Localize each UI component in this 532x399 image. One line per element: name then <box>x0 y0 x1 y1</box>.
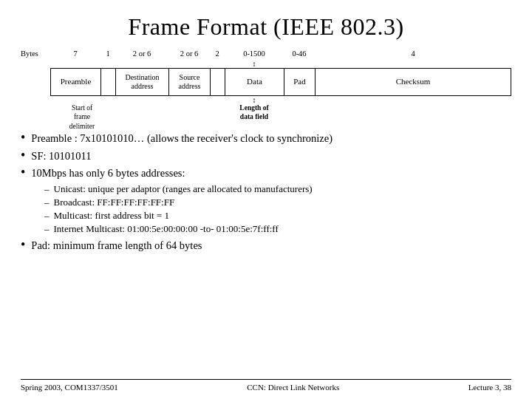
header-sfd: 1 <box>100 50 115 58</box>
sub-item-4: – Internet Multicast: 01:00:5e:00:00:00 … <box>44 223 511 235</box>
cell-sfd <box>101 69 116 95</box>
cell-len <box>211 69 225 95</box>
bullet-1-text: Preamble : 7x10101010… (allows the recei… <box>31 132 332 146</box>
sub-dash-3: – <box>44 210 50 222</box>
bytes-label: Bytes <box>21 50 50 58</box>
header-checksum: 4 <box>315 50 511 58</box>
header-len: 2 <box>210 50 225 58</box>
footer-left: Spring 2003, COM1337/3501 <box>21 383 118 392</box>
header-preamble: 7 <box>50 50 100 58</box>
bullet-1: • Preamble : 7x10101010… (allows the rec… <box>21 131 511 146</box>
footer: Spring 2003, COM1337/3501 CCN: Direct Li… <box>21 379 511 392</box>
header-dest: 2 or 6 <box>115 50 168 58</box>
header-pad: 0-46 <box>284 50 315 58</box>
sub-dash-2: – <box>44 197 50 208</box>
bullet-1-dot: • <box>21 131 25 144</box>
footer-center: CCN: Direct Link Networks <box>247 383 339 392</box>
cell-data: Data <box>225 69 284 95</box>
sub-dash-1: – <box>44 183 50 195</box>
bullet-4-dot: • <box>21 238 25 251</box>
bullet-2: • SF: 10101011 <box>21 149 511 163</box>
page: Frame Format (IEEE 802.3) Bytes 7 1 2 or… <box>0 0 532 399</box>
sub-text-4: Internet Multicast: 01:00:5e:00:00:00 -t… <box>54 223 279 235</box>
sub-item-3: – Multicast: first address bit = 1 <box>44 210 511 222</box>
header-src: 2 or 6 <box>168 50 210 58</box>
cell-src: Sourceaddress <box>169 69 211 95</box>
data-down-arrow: ↕ <box>225 96 284 103</box>
length-label: Length ofdata field <box>225 103 284 122</box>
cell-pad: Pad <box>284 69 316 95</box>
frame-row-container: Preamble Destinationaddress Sourceaddres… <box>21 68 511 96</box>
sub-text-1: Unicast: unique per adaptor (ranges are … <box>54 183 313 195</box>
data-arrows-row: ↕ <box>21 59 511 68</box>
frame-diagram: Bytes 7 1 2 or 6 2 or 6 2 0-1500 0-46 4 … <box>21 50 511 122</box>
cell-checksum: Checksum <box>316 69 511 95</box>
bytes-header-row: Bytes 7 1 2 or 6 2 or 6 2 0-1500 0-46 4 <box>21 50 511 58</box>
frame-row: Preamble Destinationaddress Sourceaddres… <box>50 68 511 96</box>
bullet-4: • Pad: minimum frame length of 64 bytes <box>21 238 511 253</box>
header-cells: 7 1 2 or 6 2 or 6 2 0-1500 0-46 4 <box>50 50 511 58</box>
data-arrows-row2: ↕ <box>21 96 511 103</box>
sub-text-2: Broadcast: FF:FF:FF:FF:FF:FF <box>54 197 175 208</box>
bullet-3-text: 10Mbps has only 6 bytes addresses: <box>31 166 185 180</box>
page-title: Frame Format (IEEE 802.3) <box>21 13 511 41</box>
bullets-section: • Preamble : 7x10101010… (allows the rec… <box>21 131 511 379</box>
sfd-label: Start offrame delimiter <box>61 103 103 131</box>
frame-labels: Start offrame delimiter Length ofdata fi… <box>21 103 511 122</box>
sub-text-3: Multicast: first address bit = 1 <box>54 210 169 222</box>
bullet-2-dot: • <box>21 149 25 162</box>
cell-dest: Destinationaddress <box>116 69 169 95</box>
bullet-4-text: Pad: minimum frame length of 64 bytes <box>31 239 202 253</box>
footer-right: Lecture 3, 38 <box>468 383 511 392</box>
cell-preamble: Preamble <box>51 69 101 95</box>
header-data: 0-1500 <box>225 50 284 58</box>
sub-bullets: – Unicast: unique per adaptor (ranges ar… <box>44 183 511 235</box>
sfd-label-container: Start offrame delimiter <box>50 103 100 122</box>
sub-item-2: – Broadcast: FF:FF:FF:FF:FF:FF <box>44 197 511 208</box>
sub-item-1: – Unicast: unique per adaptor (ranges ar… <box>44 183 511 195</box>
bullet-3: • 10Mbps has only 6 bytes addresses: <box>21 166 511 180</box>
bullet-3-dot: • <box>21 166 25 179</box>
data-up-arrow: ↕ <box>225 60 284 68</box>
bullet-2-text: SF: 10101011 <box>31 149 91 163</box>
sub-dash-4: – <box>44 223 50 235</box>
